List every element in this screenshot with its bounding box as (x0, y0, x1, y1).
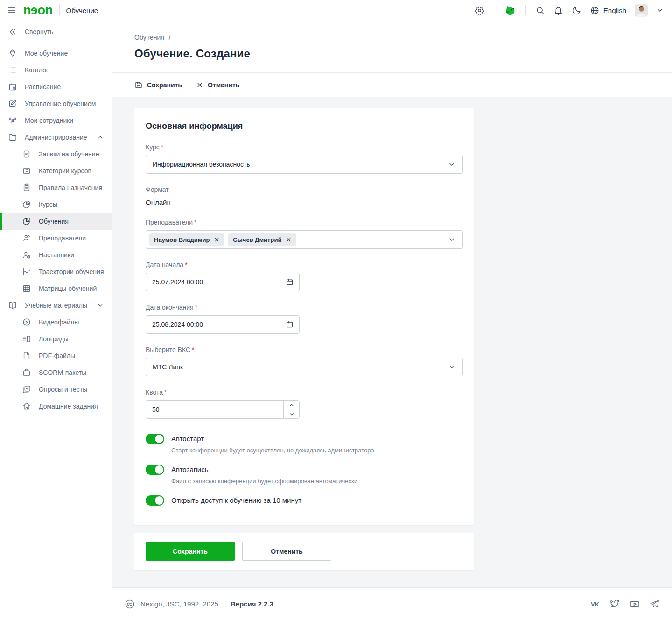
twitter-icon[interactable] (609, 599, 620, 609)
course-field: Курс* Информационная безопасность (146, 143, 463, 174)
toolbar-save-button[interactable]: Сохранить (134, 81, 182, 89)
sidebar-item-learning-tracks[interactable]: Траектории обучения (0, 263, 112, 280)
chip-remove-icon[interactable] (286, 237, 292, 243)
close-x-icon (196, 81, 203, 89)
copyright-text: Nexign, JSC, 1992–2025 (140, 600, 218, 608)
settings-gear-icon[interactable] (475, 6, 484, 15)
end-date-value: 25.08.2024 00:00 (152, 321, 203, 328)
sidebar-item-scorm-packages[interactable]: SCORM-пакеты (0, 364, 112, 381)
start-date-input[interactable]: 25.07.2024 00:00 (146, 273, 300, 291)
sidebar-item-training-matrices[interactable]: Матрицы обучений (0, 280, 112, 297)
end-date-input[interactable]: 25.08.2024 00:00 (146, 315, 300, 334)
sidebar-item-video-files[interactable]: Видеофайлы (0, 314, 112, 331)
vks-label: Выберите ВКС* (146, 346, 463, 353)
sidebar-item-label: Категории курсов (39, 167, 91, 175)
search-icon[interactable] (535, 6, 545, 15)
sidebar-item-surveys-tests[interactable]: Опросы и тесты (0, 381, 112, 398)
sidebar-item-catalog[interactable]: Каталог (0, 62, 112, 78)
sidebar: Свернуть Мое обучение Каталог Расписание… (0, 21, 112, 620)
toolbar-cancel-button[interactable]: Отменить (196, 81, 239, 89)
sidebar-item-my-employees[interactable]: Мои сотрудники (0, 112, 112, 129)
breadcrumb-trainings[interactable]: Обучения (134, 34, 164, 41)
sidebar-item-label: Матрицы обучений (39, 285, 97, 292)
autostart-toggle[interactable] (146, 434, 164, 444)
calendar-icon[interactable] (286, 278, 294, 286)
assistant-mascot-icon[interactable] (504, 4, 516, 17)
sidebar-item-assignment-rules[interactable]: Правила назначения (0, 179, 112, 196)
teachers-label: Преподаватели* (146, 218, 463, 226)
end-date-label: Дата окончания* (146, 303, 463, 311)
gem-icon (8, 49, 17, 58)
save-button[interactable]: Сохранить (146, 542, 235, 561)
youtube-icon[interactable] (629, 599, 640, 610)
language-switcher[interactable]: English (590, 6, 626, 15)
cancel-button[interactable]: Отменить (242, 542, 331, 561)
package-icon (22, 368, 31, 377)
footer: Nexign, JSC, 1992–2025 Версия 2.2.3 VK (112, 587, 672, 620)
sidebar-item-courses[interactable]: Курсы (0, 196, 112, 213)
teacher-chip: Наумов Владимир (149, 233, 224, 246)
sidebar-item-label: Мое обучение (25, 49, 68, 57)
autorecord-description: Файл с записью конференции будет сформир… (171, 478, 357, 485)
line-chart-icon (22, 267, 31, 276)
sidebar-item-pdf-files[interactable]: PDF-файлы (0, 347, 112, 364)
sidebar-item-my-training[interactable]: Мое обучение (0, 45, 112, 62)
sidebar-item-label: Каталог (25, 66, 49, 74)
sidebar-item-teachers[interactable]: Преподаватели (0, 230, 112, 247)
chevron-down-icon (448, 160, 456, 169)
quota-input[interactable]: 50 (146, 400, 300, 419)
longread-icon (22, 334, 31, 344)
sidebar-item-label: PDF-файлы (39, 352, 75, 359)
breadcrumb: Обучения / (134, 34, 650, 41)
sidebar-item-label: Видеофайлы (39, 318, 79, 326)
open-book-icon (8, 301, 17, 310)
required-asterisk: * (195, 303, 197, 311)
early-access-toggle-row: Открыть доступ к обучению за 10 минут (146, 495, 463, 506)
edit-square-icon (8, 99, 17, 108)
telegram-icon[interactable] (649, 599, 660, 609)
list-box-icon (22, 166, 31, 176)
vks-select[interactable]: МТС Линк (146, 358, 463, 376)
sidebar-item-training-requests[interactable]: Заявки на обучение (0, 146, 112, 162)
notifications-bell-icon[interactable] (553, 6, 563, 15)
vks-field: Выберите ВКС* МТС Линк (146, 346, 463, 376)
early-access-toggle[interactable] (146, 495, 164, 506)
stepper-up-icon[interactable] (284, 401, 299, 409)
sidebar-item-mentors[interactable]: Наставники (0, 247, 112, 263)
sidebar-item-homework[interactable]: Домашние задания (0, 398, 112, 415)
sidebar-item-training-management[interactable]: Управление обучением (0, 95, 112, 112)
autorecord-label: Автозапись (171, 465, 357, 475)
sidebar-item-administration[interactable]: Администрирование (0, 129, 112, 146)
sidebar-item-label: Преподаватели (39, 234, 86, 242)
calendar-icon[interactable] (286, 320, 294, 329)
sidebar-item-label: Учебные материалы (25, 302, 87, 309)
teachers-multiselect[interactable]: Наумов Владимир Сычев Дмитрий (146, 230, 463, 249)
sidebar-item-trainings[interactable]: Обучения (0, 213, 112, 230)
required-asterisk: * (194, 218, 196, 226)
dark-mode-moon-icon[interactable] (572, 6, 581, 15)
user-menu-chevron-icon[interactable] (656, 7, 664, 14)
sidebar-item-longreads[interactable]: Лонгриды (0, 331, 112, 347)
folder-icon (8, 133, 17, 142)
sidebar-item-label: Опросы и тесты (39, 386, 87, 393)
course-select[interactable]: Информационная безопасность (146, 155, 463, 174)
sidebar-item-learning-materials[interactable]: Учебные материалы (0, 297, 112, 314)
person-check-icon (22, 250, 31, 260)
globe-icon (590, 6, 600, 15)
sidebar-item-label: Обучения (39, 218, 69, 225)
sidebar-item-course-categories[interactable]: Категории курсов (0, 162, 112, 179)
toolbar-save-label: Сохранить (147, 81, 182, 89)
quota-value: 50 (152, 406, 160, 413)
sidebar-item-schedule[interactable]: Расписание (0, 78, 112, 95)
early-access-label: Открыть доступ к обучению за 10 минут (171, 495, 301, 506)
save-floppy-icon (134, 81, 143, 89)
hamburger-menu-icon[interactable] (7, 5, 17, 15)
stepper-down-icon[interactable] (284, 409, 299, 418)
sidebar-collapse-button[interactable]: Свернуть (0, 21, 112, 42)
autorecord-toggle[interactable] (146, 465, 164, 475)
toolbar-cancel-label: Отменить (208, 81, 239, 89)
divider (59, 5, 60, 15)
vk-icon[interactable]: VK (589, 599, 601, 610)
chip-remove-icon[interactable] (214, 237, 220, 243)
user-avatar[interactable] (635, 4, 648, 17)
